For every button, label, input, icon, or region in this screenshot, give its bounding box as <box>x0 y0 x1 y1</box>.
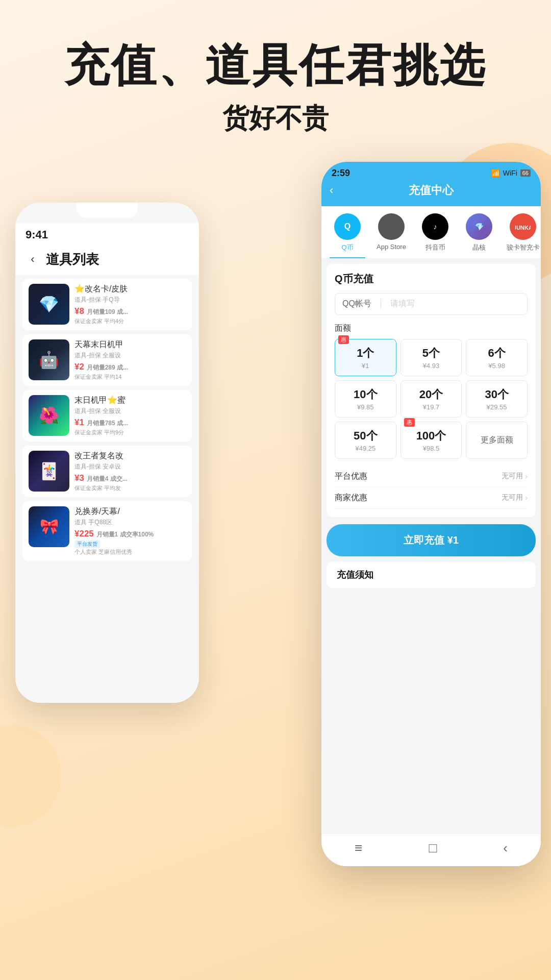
platform-badge: 平台发货 <box>74 540 100 548</box>
tool-desc-3: 道具-担保 全服设 <box>74 407 186 415</box>
svg-text:♪: ♪ <box>434 223 437 231</box>
tool-item[interactable]: 🤖 天幕末日机甲 道具-担保 全服设 ¥2 月销量289 成... 保证金卖家 … <box>22 334 192 386</box>
left-back-button[interactable]: ‹ <box>26 252 40 266</box>
douyin-icon: ♪ <box>422 213 448 240</box>
right-status-icons: 📶 WiFi 66 <box>491 169 531 177</box>
left-status-bar: 9:41 <box>15 223 199 248</box>
denom-item-6[interactable]: 30个 ¥29.55 <box>466 380 528 418</box>
cat-label-crystal: 晶核 <box>472 243 486 252</box>
denom-sub-6: ¥29.55 <box>470 403 523 411</box>
tool-item[interactable]: 🌺 末日机甲⭐蜜 道具-担保 全服设 ¥1 月销量785 成... 保证金卖家 … <box>22 390 192 442</box>
denom-sub-1: ¥1 <box>339 362 392 370</box>
denom-main-2: 5个 <box>405 346 458 361</box>
tool-name-2: 天幕末日机甲 <box>74 339 186 350</box>
svg-rect-2 <box>384 219 398 234</box>
phones-container: 9:41 ‹ 道具列表 💎 ⭐改名卡/皮肤 道具-担保 手Q导 ¥8 月销量10… <box>0 162 551 902</box>
header-title: 充值、道具任君挑选 <box>31 41 520 90</box>
denom-item-3[interactable]: 6个 ¥5.98 <box>466 339 528 376</box>
input-label: QQ帐号 <box>342 299 371 309</box>
input-placeholder: 请填写 <box>390 299 415 309</box>
tool-list: 💎 ⭐改名卡/皮肤 道具-担保 手Q导 ¥8 月销量109 成... 保证金卖家… <box>15 275 199 565</box>
denom-sub-8: ¥98.5 <box>405 445 458 452</box>
merchant-discount-label: 商家优惠 <box>335 493 367 503</box>
recharge-button[interactable]: 立即充值 ¥1 <box>327 524 536 556</box>
svg-text:Q: Q <box>344 222 350 231</box>
cat-tab-junka[interactable]: JUNKA 骏卡智充卡 <box>505 213 541 258</box>
right-time: 2:59 <box>332 168 350 179</box>
phone-notch-left <box>77 203 138 218</box>
header-section: 充值、道具任君挑选 货好不贵 <box>0 0 551 152</box>
signal-icon: 📶 <box>491 169 500 177</box>
denom-item-2[interactable]: 5个 ¥4.93 <box>400 339 462 376</box>
tool-image-1: 💎 <box>29 284 69 325</box>
denom-main-7: 50个 <box>339 428 392 444</box>
denom-item-more[interactable]: 更多面额 <box>466 422 528 459</box>
denom-main-8: 100个 <box>405 428 458 444</box>
category-tabs: Q Q币 App Store ♪ 抖音币 <box>321 206 541 259</box>
denom-item-4[interactable]: 10个 ¥9.85 <box>335 380 396 418</box>
cat-label-qq: Q币 <box>341 243 353 252</box>
cat-tab-crystal[interactable]: 💎 晶核 <box>461 213 497 258</box>
junka-icon: JUNKA <box>510 213 536 240</box>
tool-item[interactable]: 💎 ⭐改名卡/皮肤 道具-担保 手Q导 ¥8 月销量109 成... 保证金卖家… <box>22 279 192 330</box>
cat-tab-douyin[interactable]: ♪ 抖音币 <box>417 213 453 258</box>
denom-item-1[interactable]: 惠 1个 ¥1 <box>335 339 396 376</box>
left-nav-bar: ‹ 道具列表 <box>15 248 199 275</box>
tool-guarantee-4: 保证金卖家 平均发 <box>74 484 186 492</box>
tool-price-5: ¥225 月销量1 成交率100% <box>74 529 186 539</box>
tool-desc-4: 道具-担保 安卓设 <box>74 462 186 471</box>
input-divider <box>381 299 381 309</box>
tool-item[interactable]: 🃏 改王者复名改 道具-担保 安卓设 ¥3 月销量4 成交... 保证金卖家 平… <box>22 446 192 497</box>
merchant-discount-row[interactable]: 商家优惠 无可用 › <box>335 487 528 509</box>
denom-sub-2: ¥4.93 <box>405 362 458 370</box>
denom-item-5[interactable]: 20个 ¥19.7 <box>400 380 462 418</box>
bottom-nav-home[interactable]: □ <box>429 840 437 856</box>
bottom-nav-menu[interactable]: ≡ <box>355 840 362 856</box>
cat-tab-qq[interactable]: Q Q币 <box>330 213 365 258</box>
denom-main-4: 10个 <box>339 387 392 402</box>
denom-item-8[interactable]: 惠 100个 ¥98.5 <box>400 422 462 459</box>
tool-extra-5: 个人卖家 芝麻信用优秀 <box>74 548 186 556</box>
denom-sub-4: ¥9.85 <box>339 403 392 411</box>
qq-account-input-row[interactable]: QQ帐号 请填写 <box>335 293 528 315</box>
merchant-discount-arrow: › <box>525 494 528 502</box>
right-screen: 2:59 📶 WiFi 66 ‹ 充值中心 Q Q币 <box>321 162 541 866</box>
denom-main-6: 30个 <box>470 387 523 402</box>
wifi-icon: WiFi <box>503 169 517 177</box>
cat-label-appstore: App Store <box>377 243 406 251</box>
tool-guarantee-1: 保证金卖家 平均4分 <box>74 317 186 325</box>
phone-right: 2:59 📶 WiFi 66 ‹ 充值中心 Q Q币 <box>321 162 541 866</box>
tool-info-1: ⭐改名卡/皮肤 道具-担保 手Q导 ¥8 月销量109 成... 保证金卖家 平… <box>74 284 186 325</box>
left-screen: 9:41 ‹ 道具列表 💎 ⭐改名卡/皮肤 道具-担保 手Q导 ¥8 月销量10… <box>15 203 199 703</box>
denomination-title: 面额 <box>335 323 528 334</box>
tool-info-4: 改王者复名改 道具-担保 安卓设 ¥3 月销量4 成交... 保证金卖家 平均发 <box>74 451 186 492</box>
right-back-button[interactable]: ‹ <box>330 184 333 197</box>
denom-item-7[interactable]: 50个 ¥49.25 <box>335 422 396 459</box>
tool-info-5: 兑换券/天幕/ 道具 手Q88区 ¥225 月销量1 成交率100% 平台发货 … <box>74 506 186 556</box>
tool-image-5: 🎀 <box>29 506 69 547</box>
denom-badge-1: 惠 <box>338 335 349 344</box>
discount-rows: 平台优惠 无可用 › 商家优惠 无可用 › <box>335 466 528 509</box>
phone-left: 9:41 ‹ 道具列表 💎 ⭐改名卡/皮肤 道具-担保 手Q导 ¥8 月销量10… <box>15 203 199 703</box>
tool-desc-2: 道具-担保 全服设 <box>74 351 186 360</box>
tool-guarantee-2: 保证金卖家 平均14 <box>74 373 186 381</box>
tool-image-2: 🤖 <box>29 339 69 380</box>
cat-label-douyin: 抖音币 <box>425 243 445 252</box>
tool-name-4: 改王者复名改 <box>74 451 186 461</box>
platform-discount-arrow: › <box>525 472 528 480</box>
cat-tab-appstore[interactable]: App Store <box>373 213 409 258</box>
denom-main-3: 6个 <box>470 346 523 361</box>
bottom-nav-back[interactable]: ‹ <box>503 840 508 856</box>
appstore-icon <box>378 213 405 240</box>
denom-sub-7: ¥49.25 <box>339 445 392 452</box>
platform-discount-row[interactable]: 平台优惠 无可用 › <box>335 466 528 487</box>
denom-badge-8: 惠 <box>404 418 415 427</box>
tool-price-2: ¥2 月销量289 成... <box>74 362 186 372</box>
more-label: 更多面额 <box>481 435 513 446</box>
tool-price-1: ¥8 月销量109 成... <box>74 306 186 316</box>
tool-item[interactable]: 🎀 兑换券/天幕/ 道具 手Q88区 ¥225 月销量1 成交率100% 平台发… <box>22 501 192 561</box>
denomination-grid: 惠 1个 ¥1 5个 ¥4.93 6个 ¥5.98 <box>335 339 528 459</box>
right-status-bar: 2:59 📶 WiFi 66 <box>321 162 541 179</box>
denom-sub-5: ¥19.7 <box>405 403 458 411</box>
tool-image-3: 🌺 <box>29 395 69 436</box>
